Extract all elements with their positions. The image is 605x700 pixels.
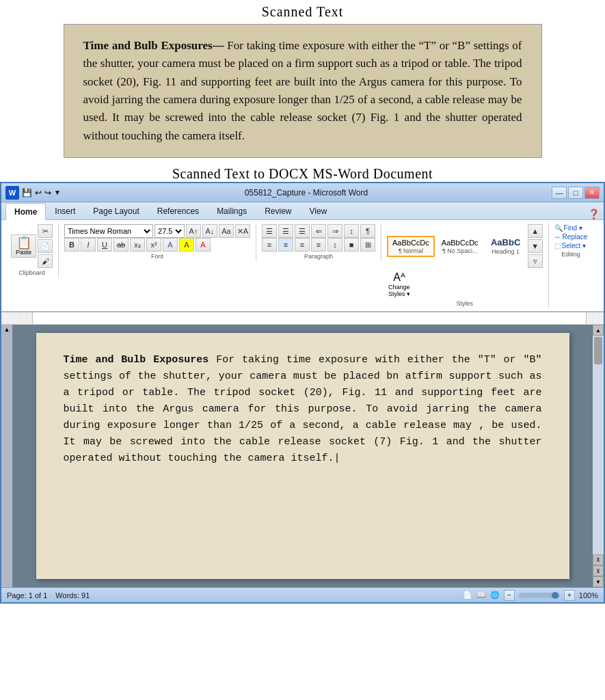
format-painter-button[interactable]: 🖌 bbox=[38, 254, 53, 268]
subscript-button[interactable]: x₂ bbox=[130, 238, 145, 252]
line-spacing-button[interactable]: ↕ bbox=[327, 238, 342, 252]
text-cursor bbox=[334, 453, 340, 464]
tab-insert[interactable]: Insert bbox=[46, 202, 84, 219]
ruler bbox=[1, 312, 604, 325]
style-heading1[interactable]: AaBbC Heading 1 bbox=[485, 234, 526, 258]
style-normal-preview: AaBbCcDc bbox=[392, 239, 429, 247]
scroll-track[interactable] bbox=[593, 336, 604, 554]
tab-references[interactable]: References bbox=[148, 202, 208, 219]
bold-button[interactable]: B bbox=[64, 238, 79, 252]
change-styles-label: ChangeStyles ▾ bbox=[388, 284, 410, 297]
style-normal[interactable]: AaBbCcDc ¶ Normal bbox=[387, 236, 435, 257]
word-count: Words: 91 bbox=[55, 591, 90, 600]
borders-button[interactable]: ⊞ bbox=[360, 238, 375, 252]
view-web-icon[interactable]: 🌐 bbox=[490, 591, 500, 600]
style-scroll-up-button[interactable]: ▲ bbox=[528, 224, 543, 238]
align-center-button[interactable]: ≡ bbox=[278, 238, 293, 252]
title-bar: W 💾 ↩ ↪ ▼ 055812_Capture - Microsoft Wor… bbox=[1, 183, 604, 202]
ribbon-help-icon[interactable]: ❓ bbox=[588, 208, 600, 219]
clear-format-button[interactable]: ✕A bbox=[235, 224, 250, 238]
paragraph-label: Paragraph bbox=[262, 253, 375, 260]
quick-access-redo[interactable]: ↪ bbox=[44, 188, 51, 198]
copy-button[interactable]: 📄 bbox=[38, 239, 53, 253]
replace-button[interactable]: ↔ Replace bbox=[554, 233, 588, 241]
scroll-page-up-button[interactable]: ⊼ bbox=[593, 554, 604, 565]
zoom-out-button[interactable]: − bbox=[504, 590, 515, 601]
change-styles-button[interactable]: Aᴬ ChangeStyles ▾ bbox=[387, 269, 412, 299]
style-gallery-controls: ▲ ▼ ▿ bbox=[528, 224, 543, 268]
paste-icon: 📋 bbox=[16, 237, 31, 249]
strikethrough-button[interactable]: ab bbox=[113, 238, 129, 252]
multilevel-list-button[interactable]: ☰ bbox=[295, 224, 310, 238]
select-button[interactable]: ⬚ Select ▾ bbox=[554, 242, 588, 250]
right-scrollbar: ▲ ⊼ ⊻ ▼ bbox=[593, 325, 604, 587]
highlight-button[interactable]: A bbox=[179, 238, 194, 252]
superscript-button[interactable]: x² bbox=[146, 238, 161, 252]
cut-button[interactable]: ✂ bbox=[38, 224, 53, 238]
text-effects-button[interactable]: A bbox=[163, 238, 178, 252]
font-size-select[interactable]: 27.5 bbox=[154, 224, 185, 238]
view-normal-icon[interactable]: 📄 bbox=[463, 591, 472, 600]
underline-button[interactable]: U bbox=[97, 238, 112, 252]
change-case-button[interactable]: Aa bbox=[219, 224, 234, 238]
italic-button[interactable]: I bbox=[81, 238, 96, 252]
grow-font-button[interactable]: A↑ bbox=[186, 224, 201, 238]
quick-access-save[interactable]: 💾 bbox=[22, 188, 32, 198]
shading-button[interactable]: ■ bbox=[344, 238, 359, 252]
style-no-spacing[interactable]: AaBbCcDc ¶ No Spaci... bbox=[436, 236, 484, 257]
increase-indent-button[interactable]: ⇒ bbox=[327, 224, 342, 238]
tab-home[interactable]: Home bbox=[5, 203, 46, 220]
tab-view[interactable]: View bbox=[301, 202, 336, 219]
close-button[interactable]: ✕ bbox=[584, 187, 600, 199]
maximize-icon: □ bbox=[574, 189, 578, 197]
close-icon: ✕ bbox=[589, 188, 595, 197]
paste-button[interactable]: 📋 Paste bbox=[11, 234, 36, 258]
top-section: Scanned Text Time and Bulb Exposures— Fo… bbox=[0, 0, 605, 161]
numbering-button[interactable]: ☰ bbox=[278, 224, 293, 238]
scanned-image: Time and Bulb Exposures— For taking time… bbox=[64, 24, 542, 158]
style-more-button[interactable]: ▿ bbox=[528, 254, 543, 268]
find-button[interactable]: 🔍 Find ▾ bbox=[554, 224, 588, 232]
style-scroll-down-button[interactable]: ▼ bbox=[528, 239, 543, 253]
ribbon-group-clipboard: 📋 Paste ✂ 📄 🖌 Clipboard bbox=[5, 223, 59, 278]
page-text-content[interactable]: Time and Bulb Exposures For taking time … bbox=[64, 352, 542, 467]
zoom-slider-thumb[interactable] bbox=[552, 592, 559, 599]
scroll-down-button[interactable]: ▼ bbox=[593, 576, 604, 587]
quick-access-more[interactable]: ▼ bbox=[54, 189, 61, 196]
align-right-button[interactable]: ≡ bbox=[295, 238, 310, 252]
zoom-in-button[interactable]: + bbox=[564, 590, 575, 601]
shrink-font-button[interactable]: A↓ bbox=[202, 224, 217, 238]
show-para-button[interactable]: ¶ bbox=[360, 224, 375, 238]
zoom-slider[interactable] bbox=[519, 593, 560, 598]
font-name-select[interactable]: Times New Roman bbox=[64, 224, 153, 238]
scroll-up-button[interactable]: ▲ bbox=[593, 325, 604, 336]
document-page: Time and Bulb Exposures For taking time … bbox=[36, 333, 569, 579]
align-left-button[interactable]: ≡ bbox=[262, 238, 277, 252]
tab-mailings[interactable]: Mailings bbox=[208, 202, 256, 219]
scroll-page-down-button[interactable]: ⊻ bbox=[593, 565, 604, 576]
document-area: ▲ Time and Bulb Exposures For taking tim… bbox=[1, 325, 604, 587]
bullets-button[interactable]: ☰ bbox=[262, 224, 277, 238]
word-window: W 💾 ↩ ↪ ▼ 055812_Capture - Microsoft Wor… bbox=[0, 182, 605, 604]
font-color-button[interactable]: A bbox=[196, 238, 211, 252]
view-reading-icon[interactable]: 📖 bbox=[476, 591, 486, 600]
scroll-thumb[interactable] bbox=[594, 337, 602, 364]
scanned-body-text: For taking time exposure with either the… bbox=[83, 39, 522, 142]
scanned-text-paragraph: Time and Bulb Exposures— For taking time… bbox=[83, 37, 522, 145]
replace-icon: ↔ bbox=[554, 233, 561, 241]
maximize-button[interactable]: □ bbox=[568, 187, 583, 199]
quick-access-undo[interactable]: ↩ bbox=[35, 188, 42, 198]
ruler-white-area bbox=[32, 312, 587, 324]
justify-button[interactable]: ≡ bbox=[311, 238, 326, 252]
select-icon: ⬚ bbox=[554, 242, 561, 250]
minimize-icon: — bbox=[555, 189, 563, 197]
tab-review[interactable]: Review bbox=[256, 202, 300, 219]
title-bar-left: W 💾 ↩ ↪ ▼ bbox=[5, 186, 61, 200]
decrease-indent-button[interactable]: ⇐ bbox=[311, 224, 326, 238]
style-normal-label: ¶ Normal bbox=[392, 247, 429, 254]
left-scroll-up[interactable]: ▲ bbox=[3, 325, 12, 334]
sort-button[interactable]: ↕ bbox=[344, 224, 359, 238]
minimize-button[interactable]: — bbox=[552, 187, 567, 199]
tab-page-layout[interactable]: Page Layout bbox=[84, 202, 148, 219]
window-title: 055812_Capture - Microsoft Word bbox=[245, 188, 368, 198]
